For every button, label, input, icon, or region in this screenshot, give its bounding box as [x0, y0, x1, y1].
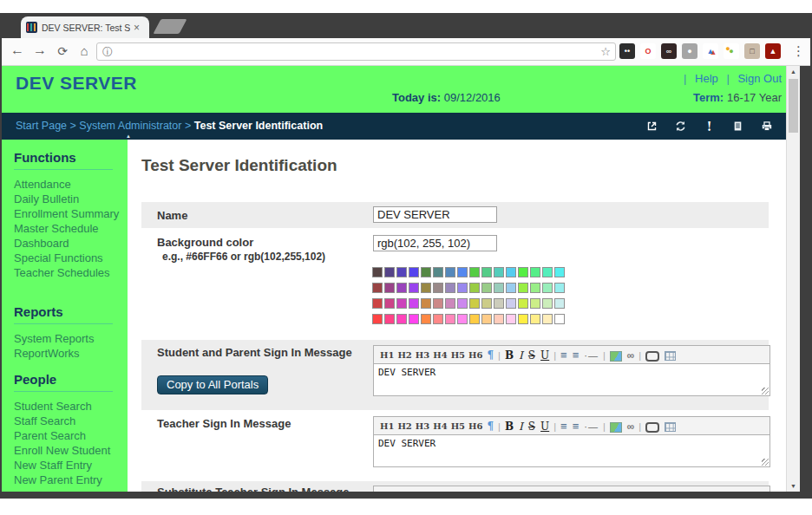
- copy-to-all-portals-button[interactable]: Copy to All Portals: [157, 375, 268, 394]
- sidebar-item-special-functions[interactable]: Special Functions: [14, 251, 128, 265]
- color-swatch[interactable]: [372, 283, 383, 293]
- color-swatch[interactable]: [409, 298, 419, 309]
- color-swatch[interactable]: [445, 298, 455, 309]
- back-icon[interactable]: ←: [9, 42, 26, 58]
- editor-ul-button[interactable]: [560, 417, 567, 435]
- color-swatch[interactable]: [554, 298, 565, 309]
- editor---button[interactable]: ¶: [487, 347, 494, 364]
- color-swatch[interactable]: [518, 298, 528, 309]
- color-swatch[interactable]: [384, 298, 395, 309]
- editor-image-button[interactable]: [610, 347, 622, 364]
- resize-grip[interactable]: [762, 459, 769, 466]
- color-swatch[interactable]: [396, 298, 407, 309]
- color-swatch[interactable]: [530, 283, 540, 293]
- url-input[interactable]: [118, 44, 590, 60]
- color-swatch[interactable]: [554, 314, 565, 324]
- editor-h1-button[interactable]: H1: [380, 347, 394, 364]
- sidebar-item-attendance[interactable]: Attendance: [14, 177, 128, 192]
- sidebar-item-new-staff-entry[interactable]: New Staff Entry: [14, 458, 128, 473]
- extension-dark-dots[interactable]: ••: [619, 43, 635, 59]
- color-swatch[interactable]: [384, 314, 395, 324]
- editor-h3-button[interactable]: H3: [416, 347, 429, 364]
- sidebar-item-enrollment-summary[interactable]: Enrollment Summary: [14, 206, 128, 221]
- extension-opera[interactable]: O: [640, 43, 656, 59]
- editor---button[interactable]: ∞: [627, 347, 635, 364]
- extension-camera[interactable]: □: [744, 43, 760, 59]
- browser-tab[interactable]: DEV SERVER: Test Server ×: [21, 16, 149, 38]
- editor-h2-button[interactable]: H2: [397, 418, 411, 435]
- color-swatch[interactable]: [542, 298, 553, 309]
- scroll-down-icon[interactable]: ▼: [787, 480, 800, 492]
- print-icon[interactable]: [759, 119, 774, 134]
- color-swatch[interactable]: [445, 314, 455, 324]
- editor-h6-button[interactable]: H6: [468, 347, 482, 364]
- color-swatch[interactable]: [530, 267, 540, 277]
- sidebar-item-system-reports[interactable]: System Reports: [14, 331, 128, 346]
- color-swatch[interactable]: [530, 314, 540, 324]
- color-swatch[interactable]: [445, 283, 455, 293]
- sidebar-item-enroll-new-student[interactable]: Enroll New Student: [14, 443, 128, 458]
- color-swatch[interactable]: [421, 283, 431, 293]
- student-parent-message-textarea[interactable]: DEV SERVER: [373, 363, 770, 396]
- name-input[interactable]: [373, 206, 497, 223]
- color-swatch[interactable]: [554, 267, 565, 277]
- color-swatch[interactable]: [396, 267, 407, 277]
- color-swatch[interactable]: [518, 314, 528, 324]
- sidebar-item-parent-search[interactable]: Parent Search: [14, 428, 128, 443]
- color-swatch[interactable]: [469, 283, 480, 293]
- editor-table-button[interactable]: [665, 347, 676, 364]
- color-swatch[interactable]: [457, 283, 468, 293]
- editor-b-button[interactable]: B: [505, 418, 514, 435]
- color-swatch[interactable]: [481, 283, 492, 293]
- editor-h5-button[interactable]: H5: [451, 418, 465, 435]
- sidebar-item-staff-search[interactable]: Staff Search: [14, 414, 128, 428]
- color-swatch[interactable]: [554, 283, 565, 293]
- reload-icon[interactable]: ⟳: [54, 44, 71, 58]
- color-swatch[interactable]: [433, 298, 443, 309]
- color-swatch[interactable]: [421, 314, 431, 324]
- extension-mask[interactable]: ∞: [661, 43, 677, 59]
- color-swatch[interactable]: [494, 314, 504, 324]
- sidebar-item-new-parent-entry[interactable]: New Parent Entry: [14, 473, 128, 487]
- color-swatch[interactable]: [433, 283, 443, 293]
- report-icon[interactable]: [730, 119, 745, 134]
- editor-u-button[interactable]: U: [540, 418, 549, 435]
- color-swatch[interactable]: [421, 298, 431, 309]
- editor---button[interactable]: ¶: [487, 418, 494, 435]
- color-swatch[interactable]: [494, 283, 504, 293]
- color-swatch[interactable]: [481, 267, 492, 277]
- editor-h5-button[interactable]: H5: [451, 347, 465, 364]
- color-swatch[interactable]: [421, 267, 431, 277]
- editor-h1-button[interactable]: H1: [380, 418, 394, 435]
- editor-box-button[interactable]: [645, 418, 659, 435]
- color-swatch[interactable]: [384, 283, 395, 293]
- extension-pdf[interactable]: ▲: [765, 43, 781, 59]
- color-swatch[interactable]: [372, 298, 383, 309]
- page-scrollbar[interactable]: ▲ ▼: [786, 66, 800, 492]
- editor-h2-button[interactable]: H2: [397, 347, 411, 364]
- editor-ol-button[interactable]: [573, 417, 580, 435]
- extension-gray-dot[interactable]: ●: [682, 43, 697, 59]
- editor-s-button[interactable]: S: [528, 347, 535, 364]
- resize-grip[interactable]: [762, 388, 769, 394]
- color-swatch[interactable]: [396, 314, 407, 324]
- color-swatch[interactable]: [469, 267, 480, 277]
- editor-b-button[interactable]: B: [505, 347, 514, 364]
- editor-i-button[interactable]: I: [519, 418, 523, 435]
- color-swatch[interactable]: [542, 314, 553, 324]
- color-swatch[interactable]: [409, 314, 419, 324]
- color-swatch[interactable]: [494, 298, 504, 309]
- color-swatch[interactable]: [457, 298, 468, 309]
- tab-close-icon[interactable]: ×: [134, 22, 140, 34]
- address-bar[interactable]: ⓘ ☆: [96, 42, 616, 61]
- teacher-message-textarea[interactable]: DEV SERVER: [373, 434, 770, 467]
- help-link[interactable]: Help: [695, 72, 718, 85]
- editor---button[interactable]: ·—: [584, 347, 599, 364]
- breadcrumb-start-page[interactable]: Start Page: [16, 120, 67, 132]
- open-new-window-icon[interactable]: [645, 119, 659, 134]
- sidebar-item-daily-bulletin[interactable]: Daily Bulletin: [14, 192, 128, 206]
- color-swatch[interactable]: [494, 267, 504, 277]
- bookmark-star-icon[interactable]: ☆: [600, 45, 611, 58]
- color-swatch[interactable]: [542, 267, 553, 277]
- color-swatch[interactable]: [469, 298, 480, 309]
